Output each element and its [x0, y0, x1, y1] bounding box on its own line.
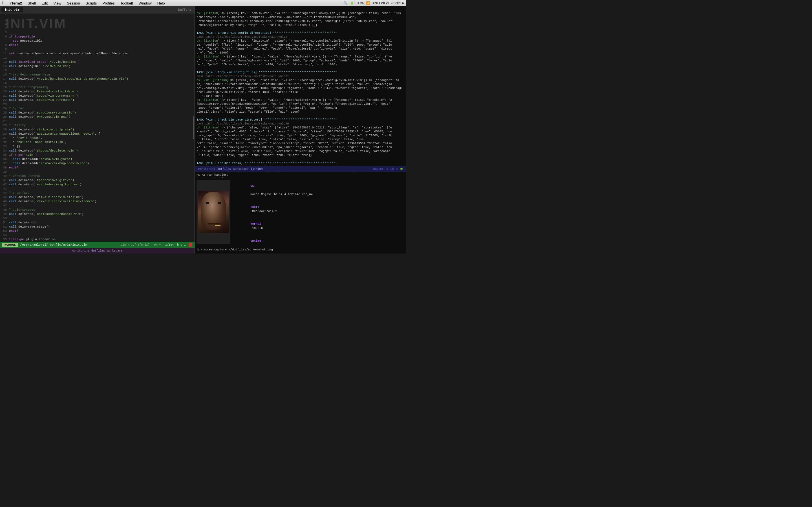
terminal-ansible[interactable]: ok: [lithium] => (item={'key': 'oh-my-zs… — [195, 6, 406, 178]
vim-file-path: /Users/aglorei/.config/nvim/init.vim — [20, 243, 118, 246]
dotfiles-label: dotfiles — [91, 249, 105, 252]
line-num: 25 — [0, 111, 9, 115]
tab-init-vim[interactable]: init.vim — [1, 7, 23, 12]
uptime-label: Uptime: — [250, 239, 263, 242]
menubar-help[interactable]: Help — [155, 1, 167, 6]
code-line: 49 call dein#add('chriskempson/base16-vi… — [0, 212, 195, 216]
code-line: 16 " Let dein manage dein — [0, 73, 195, 77]
line-content: call dein#add('tpope/vim-commentary') — [9, 94, 78, 98]
line-num: 8 — [0, 43, 9, 47]
neofetch-line: Uptime: 1 day, 14 hours, 22 mins — [233, 235, 404, 244]
uptime-value: 1 day, 14 hours, 22 mins — [250, 243, 295, 244]
tab-bar: init.vim buffers — [0, 6, 195, 13]
code-line: 2 — [0, 18, 195, 22]
menubar-shell[interactable]: Shell — [26, 1, 38, 6]
menubar-toolbelt[interactable]: Toolbelt — [118, 1, 135, 6]
right-pane: ok: [lithium] => (item={'key': 'oh-my-zs… — [195, 6, 406, 253]
menubar-iterm2[interactable]: iTerm2 — [8, 1, 24, 6]
line-num: 16 — [0, 73, 9, 77]
code-line: 36 call dein#add('roxma/nvim-yarp') — [0, 157, 195, 161]
line-content: call dein#add('~/.vim/bundles/repos/gith… — [9, 77, 128, 81]
line-content: call dein#add('tpope/vim-surround') — [9, 98, 74, 102]
line-num: 32 — [0, 140, 9, 145]
line-num: 20 — [0, 90, 9, 94]
monitoring-label: monitoring — [72, 249, 89, 252]
line-content: if !has('nvim') — [9, 153, 37, 157]
vim-position: 1/164 — [165, 243, 174, 246]
line-content: endif — [9, 229, 18, 233]
code-line: 1 — [0, 13, 195, 18]
code-line: 42 call dein#add('airblade/vim-gitgutter… — [0, 182, 195, 187]
code-line: 46 call dein#add('vim-airline/vim-airlin… — [0, 200, 195, 204]
line-content: call dein#add('airblade/vim-gitgutter') — [9, 182, 82, 187]
line-num: 15 — [0, 68, 9, 73]
line-content: call dein#begin('~/.vim/bundles') — [9, 64, 70, 68]
line-num: 27 — [0, 119, 9, 123]
code-line: 48 " Colorschemes — [0, 208, 195, 212]
editor-content[interactable]: INIT.VIM 1 2 3 4 — [0, 13, 195, 242]
menubar-view[interactable]: View — [51, 1, 63, 6]
line-content: " Generic Programming — [9, 86, 48, 90]
line-content: " Colorschemes — [9, 208, 35, 212]
code-line: 24 " Syntax — [0, 107, 195, 111]
line-num: 9 — [0, 47, 9, 52]
code-line: 44 " Interface — [0, 191, 195, 195]
line-num: 14 — [0, 64, 9, 68]
code-line: 18 — [0, 81, 195, 86]
code-line: 32 \ 'build': 'bash install.sh', — [0, 140, 195, 145]
vim-bottom-bar: monitoring dotfiles workspace — [0, 248, 195, 253]
workspace-label: workspace — [107, 249, 122, 252]
line-content: call dein#add('vim-airline/vim-airline-t… — [9, 200, 96, 204]
code-line: 35 if !has('nvim') — [0, 153, 195, 157]
line-content: call dein#add('ctrlpvim/ctrlp.vim') — [9, 128, 74, 132]
menubar-profiles[interactable]: Profiles — [100, 1, 117, 6]
line-num: 12 — [0, 56, 9, 60]
menubar-scripts[interactable]: Scripts — [84, 1, 99, 6]
menubar-window[interactable]: Window — [137, 1, 154, 6]
line-content: call dein#add('PProvost/vim-ps1') — [9, 115, 70, 119]
menubar-icon-search[interactable]: 🔍 — [343, 1, 348, 5]
buffers-label: buffers — [178, 8, 193, 11]
line-num: 43 — [0, 187, 9, 191]
code-line: 13 call dein#load_state('~/.vim/bundles'… — [0, 60, 195, 64]
menubar-session[interactable]: Session — [64, 1, 82, 6]
code-line: 39 — [0, 170, 195, 174]
line-num: 50 — [0, 216, 9, 221]
line-content: call dein#save_state() — [9, 225, 50, 229]
bottom-terminal[interactable]: λ ~ screencapture ~/dotfiles/screenshot.… — [195, 245, 406, 253]
line-content: call dein#add('autozimu/LanguageClient-n… — [9, 132, 100, 136]
menubar-edit[interactable]: Edit — [39, 1, 50, 6]
kernel-value: 18.5.0 — [250, 226, 263, 230]
apple-menu[interactable]:  — [2, 1, 4, 5]
line-content: call dein#add('scroolose/syntastic') — [9, 111, 76, 115]
neofetch-line: Kernel: 18.5.0 — [233, 218, 404, 235]
vim-status-dot — [189, 243, 192, 247]
line-content: call dein#add('tpope/vim-fugitive') — [9, 178, 74, 182]
line-num: 40 — [0, 174, 9, 178]
kernel-label: Kernel: — [250, 222, 263, 226]
code-line: 23 — [0, 102, 195, 107]
line-content: " Interface — [9, 191, 30, 195]
code-line: 11 set runtimepath+=~/.vim/bundles/repos… — [0, 52, 195, 56]
line-content: call dein#add('vim-airline/vim-airline') — [9, 195, 84, 200]
line-content: endif — [9, 43, 18, 47]
workspace-status: workspace — [233, 168, 248, 171]
code-line: 20 call dein#add('Raimondi/delimitMate') — [0, 90, 195, 94]
line-content: if &compatible — [9, 35, 35, 39]
code-line: 9 — [0, 47, 195, 52]
host-label: Host: — [250, 205, 259, 209]
line-num: 28 — [0, 123, 9, 128]
main-area: init.vim buffers INIT.VIM 1 2 3 4 — [0, 6, 406, 253]
line-num: 52 — [0, 225, 9, 229]
line-num: 6 — [0, 35, 9, 39]
code-line: 22 call dein#add('tpope/vim-surround') — [0, 98, 195, 102]
line-content: call dein#add('Raimondi/delimitMate') — [9, 90, 78, 94]
os-label: OS: — [250, 184, 256, 187]
code-line: 51 call dein#end() — [0, 221, 195, 225]
line-num: 17 — [0, 77, 9, 81]
line-num: 41 — [0, 178, 9, 182]
neofetch-image — [197, 180, 231, 244]
os-value: macOS Mojave 10.14.4 18E184e x86_64 — [250, 193, 313, 196]
monitoring-status: monitoring — [198, 168, 215, 171]
neofetch-line: Host: MacBookPro14,2 — [233, 201, 404, 218]
